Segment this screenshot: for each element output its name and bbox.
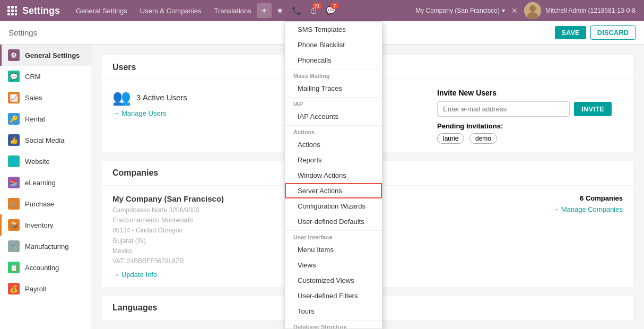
dropdown-sms-templates[interactable]: SMS Templates	[285, 22, 382, 37]
invite-title: Invite New Users	[437, 89, 623, 97]
top-navigation: Settings General Settings Users & Compan…	[0, 0, 644, 21]
sidebar-item-crm[interactable]: 💬 CRM	[0, 66, 91, 87]
sidebar-item-manufacturing[interactable]: 🔧 Manufacturing	[0, 236, 91, 257]
sidebar-item-label: Website	[25, 158, 50, 166]
svg-point-10	[529, 5, 536, 12]
manage-users-link[interactable]: → Manage Users	[112, 109, 187, 117]
dropdown-menu: SMS Templates Phone Blacklist Phonecalls…	[284, 21, 382, 329]
payroll-icon: 💰	[8, 283, 20, 295]
dropdown-views[interactable]: Views	[285, 257, 382, 273]
grid-menu-icon[interactable]	[4, 3, 20, 19]
company-close-btn[interactable]: ✕	[509, 4, 520, 17]
sidebar-item-rental[interactable]: 🔑 Rental	[0, 108, 91, 129]
settings-icon: ⚙	[8, 49, 20, 61]
dropdown-mailing-traces[interactable]: Mailing Traces	[285, 81, 382, 96]
svg-rect-3	[7, 10, 10, 12]
dropdown-phonecalls[interactable]: Phonecalls	[285, 53, 382, 68]
add-button[interactable]: +	[257, 3, 272, 18]
dropdown-section-iap: IAP	[285, 97, 382, 109]
sidebar-item-label: CRM	[25, 73, 41, 81]
social-media-icon: 👍	[8, 134, 20, 146]
app-title: Settings	[22, 5, 60, 16]
dropdown-user-defined-filters[interactable]: User-defined Filters	[285, 288, 382, 304]
dropdown-section-user-interface: User Interface	[285, 230, 382, 242]
user-avatar[interactable]	[524, 2, 541, 19]
company-name: My Company (San Francisco)	[415, 7, 500, 14]
sidebar-item-purchase[interactable]: 🛒 Purchase	[0, 193, 91, 214]
nav-translations[interactable]: Translations	[208, 5, 256, 17]
update-info-link[interactable]: → Update Info	[112, 271, 224, 279]
dropdown-iap-accounts[interactable]: IAP Accounts	[285, 109, 382, 124]
svg-rect-5	[15, 10, 17, 12]
sidebar-item-label: Accounting	[25, 264, 59, 272]
sidebar-item-payroll[interactable]: 💰 Payroll	[0, 278, 91, 299]
sidebar-item-label: Payroll	[25, 285, 46, 293]
elearning-icon: 📚	[8, 177, 20, 188]
nav-general-settings[interactable]: General Settings	[71, 5, 133, 17]
invite-email-input[interactable]	[437, 101, 570, 117]
dropdown-server-actions[interactable]: Server Actions	[285, 183, 382, 198]
sidebar-item-general-settings[interactable]: ⚙ General Settings	[0, 45, 91, 66]
activity-badge: 21	[312, 3, 322, 9]
activity-icon-btn[interactable]: ⏱ 21	[306, 2, 323, 19]
arrow-right-icon: →	[112, 109, 119, 117]
sidebar-item-elearning[interactable]: 📚 eLearning	[0, 172, 91, 193]
sidebar-item-label: Social Media	[25, 136, 64, 144]
arrow-right-icon: →	[552, 205, 559, 213]
save-button[interactable]: SAVE	[555, 26, 586, 39]
rental-icon: 🔑	[8, 113, 20, 125]
sidebar-item-inventory[interactable]: 📦 Inventory	[0, 214, 91, 236]
accounting-icon: 📋	[8, 262, 20, 273]
star-icon-btn[interactable]: ★	[272, 2, 289, 19]
sidebar-item-sales[interactable]: 📈 Sales	[0, 87, 91, 108]
invite-button[interactable]: INVITE	[574, 102, 612, 116]
active-users-count: 3 Active Users	[136, 93, 187, 102]
dropdown-reports[interactable]: Reports	[285, 152, 382, 168]
nav-links: General Settings Users & Companies Trans…	[71, 5, 257, 17]
pending-tag-demo[interactable]: demo	[469, 133, 497, 144]
dropdown-section-database-structure: Database Structure	[285, 320, 382, 329]
sidebar-item-label: General Settings	[25, 51, 80, 59]
page-title: Settings	[8, 28, 37, 37]
sidebar-item-social-media[interactable]: 👍 Social Media	[0, 129, 91, 151]
user-info[interactable]: Mitchell Admin (1218681-13-0-8	[541, 5, 640, 16]
dropdown-customized-views[interactable]: Customized Views	[285, 273, 382, 288]
dropdown-section-actions: Actions	[285, 125, 382, 137]
svg-rect-7	[11, 13, 14, 15]
dropdown-user-defined-defaults[interactable]: User-defined Defaults	[285, 214, 382, 229]
dropdown-actions[interactable]: Actions	[285, 137, 382, 152]
company-address: Campobasso Norte 3206/9000 Fraccionamien…	[112, 205, 224, 266]
arrow-right-icon: →	[112, 271, 119, 279]
sales-icon: 📈	[8, 92, 20, 103]
pending-tag-laurie[interactable]: laurie	[437, 133, 464, 144]
discard-button[interactable]: DISCARD	[590, 25, 636, 40]
sidebar-item-label: eLearning	[25, 179, 56, 187]
sidebar-item-label: Purchase	[25, 200, 54, 208]
dropdown-configuration-wizards[interactable]: Configuration Wizards	[285, 198, 382, 214]
dropdown-menu-items[interactable]: Menu Items	[285, 242, 382, 257]
chat-icon-btn[interactable]: 💬 7	[323, 2, 340, 19]
company-name: My Company (San Francisco)	[112, 194, 224, 203]
purchase-icon: 🛒	[8, 198, 20, 210]
chat-badge: 7	[330, 3, 339, 9]
svg-rect-6	[7, 13, 10, 15]
svg-rect-1	[11, 6, 14, 8]
sidebar-item-label: Rental	[25, 115, 45, 123]
sidebar-item-website[interactable]: 🌐 Website	[0, 151, 91, 172]
svg-rect-8	[15, 13, 17, 15]
phone-icon-btn[interactable]: 📞	[289, 2, 306, 19]
dropdown-section-mass-mailing: Mass Mailing	[285, 69, 382, 81]
sidebar: ⚙ General Settings 💬 CRM 📈 Sales 🔑 Renta…	[0, 45, 91, 329]
nav-users-companies[interactable]: Users & Companies	[135, 5, 207, 17]
svg-rect-2	[15, 6, 17, 8]
manage-companies-link[interactable]: → Manage Companies	[552, 205, 623, 213]
sidebar-item-accounting[interactable]: 📋 Accounting	[0, 257, 91, 278]
website-icon: 🌐	[8, 155, 20, 167]
sidebar-item-label: Sales	[25, 94, 42, 102]
dropdown-phone-blacklist[interactable]: Phone Blacklist	[285, 37, 382, 53]
dropdown-window-actions[interactable]: Window Actions	[285, 168, 382, 183]
dropdown-tours[interactable]: Tours	[285, 304, 382, 319]
company-selector[interactable]: My Company (San Francisco) ▾	[411, 5, 509, 16]
svg-rect-4	[11, 10, 14, 12]
pending-invitations-title: Pending Invitations:	[437, 122, 623, 130]
